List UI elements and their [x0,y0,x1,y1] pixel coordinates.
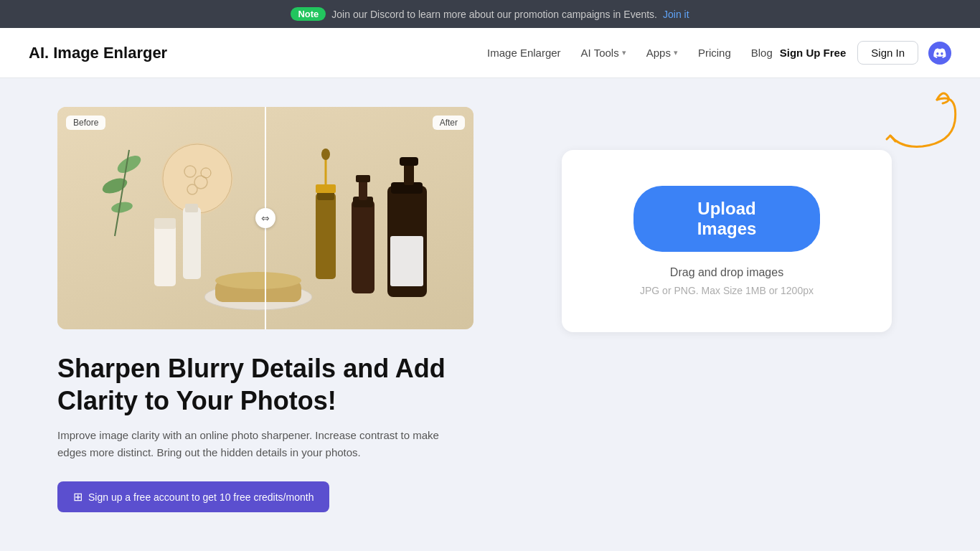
drag-drop-text: Drag and drop images [670,266,783,279]
upload-images-button[interactable]: Upload Images [633,186,820,252]
nav-ai-tools[interactable]: AI Tools ▾ [581,47,626,59]
banner-message: Join our Discord to learn more about our… [331,9,657,20]
svg-rect-27 [400,157,418,166]
hero-description: Improve image clarity with an online pho… [57,427,459,461]
top-banner: Note Join our Discord to learn more abou… [0,0,980,28]
svg-point-2 [110,201,133,215]
right-section: Upload Images Drag and drop images JPG o… [531,107,923,332]
svg-rect-12 [183,207,201,279]
main-content: Before After ⇔ Sharpen Blurry Details an… [0,78,980,551]
before-badge: Before [66,116,105,130]
nav-signup-link[interactable]: Sign Up Free [780,47,847,59]
nav-pricing[interactable]: Pricing [698,47,731,59]
svg-rect-22 [356,175,370,182]
apps-chevron-icon: ▾ [674,48,678,57]
svg-point-30 [215,272,301,289]
svg-rect-25 [390,236,423,286]
svg-point-5 [163,144,232,213]
svg-rect-19 [352,200,374,293]
file-hint-text: JPG or PNG. Max Size 1MB or 1200px [640,285,814,296]
navbar: AI. Image Enlarger Image Enlarger AI Too… [0,28,980,78]
nav-logo: AI. Image Enlarger [29,44,167,62]
hero-title: Sharpen Blurry Details and Add Clarity t… [57,352,473,417]
svg-rect-16 [316,184,336,193]
upload-card: Upload Images Drag and drop images JPG o… [562,150,892,332]
image-comparison: Before After ⇔ [57,107,473,329]
svg-rect-13 [185,204,198,212]
arrow-decoration [880,85,966,157]
after-badge: After [433,116,465,130]
nav-image-enlarger[interactable]: Image Enlarger [487,47,561,59]
svg-point-0 [115,152,143,176]
signup-cta-label: Sign up a free account to get 10 free cr… [88,491,314,503]
discord-icon[interactable] [928,42,951,65]
banner-link[interactable]: Join it [663,9,689,20]
svg-rect-11 [154,218,176,229]
svg-point-18 [321,149,330,160]
divider-arrow-icon: ⇔ [255,208,275,228]
svg-rect-10 [154,222,176,286]
note-badge: Note [291,7,326,21]
signin-button[interactable]: Sign In [857,41,918,65]
nav-apps[interactable]: Apps ▾ [646,47,678,59]
layers-icon: ⊞ [73,490,83,504]
left-section: Before After ⇔ Sharpen Blurry Details an… [57,107,473,512]
nav-blog[interactable]: Blog [751,47,773,59]
svg-rect-14 [316,193,336,279]
signup-cta-button[interactable]: ⊞ Sign up a free account to get 10 free … [57,481,329,512]
ai-tools-chevron-icon: ▾ [622,48,626,57]
